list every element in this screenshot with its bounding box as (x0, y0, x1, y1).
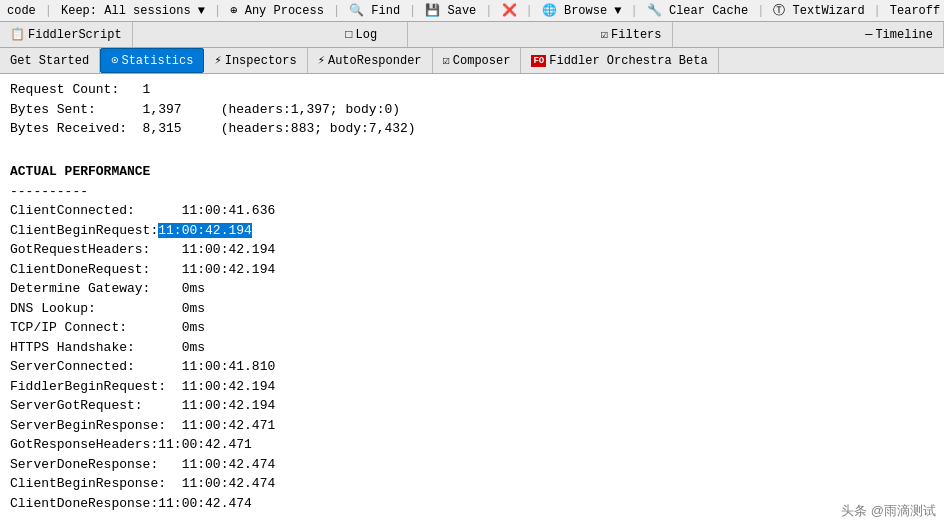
tab-log[interactable]: □ Log (315, 22, 408, 47)
toolbar-tearoff[interactable]: Tearoff (887, 3, 943, 19)
toolbar-keep-sessions[interactable]: Keep: All sessions ▼ (58, 3, 208, 19)
stat-client-done-response: ClientDoneResponse:11:00:42.474 (10, 494, 934, 514)
toolbar-textwizard[interactable]: Ⓣ TextWizard (770, 1, 867, 20)
statistics-icon: ⊙ (111, 53, 118, 68)
tab-autoresponder-label: AutoResponder (328, 54, 422, 68)
stat-determine-gateway: Determine Gateway: 0ms (10, 279, 934, 299)
main-toolbar: code | Keep: All sessions ▼ | ⊕ Any Proc… (0, 0, 944, 22)
tab-autoresponder[interactable]: ⚡ AutoResponder (308, 48, 433, 73)
tab-get-started-label: Get Started (10, 54, 89, 68)
stat-request-count: Request Count: 1 (10, 80, 934, 100)
stat-blank-2 (10, 513, 934, 528)
tab-inspectors-label: Inspectors (225, 54, 297, 68)
stat-actual-perf-header: ACTUAL PERFORMANCE (10, 162, 934, 182)
stat-bytes-sent: Bytes Sent: 1,397 (headers:1,397; body:0… (10, 100, 934, 120)
stat-blank-1 (10, 139, 934, 159)
stat-divider-1: ---------- (10, 182, 934, 202)
stat-dns-lookup: DNS Lookup: 0ms (10, 299, 934, 319)
toolbar-save[interactable]: 💾 Save (422, 2, 479, 19)
tab-fiddlerscript[interactable]: 📋 FiddlerScript (0, 22, 133, 47)
tab-composer-label: Composer (453, 54, 511, 68)
tab-timeline[interactable]: — Timeline (855, 22, 944, 47)
stat-server-connected: ServerConnected: 11:00:41.810 (10, 357, 934, 377)
stat-got-request-headers: GotRequestHeaders: 11:00:42.194 (10, 240, 934, 260)
stat-client-connected: ClientConnected: 11:00:41.636 (10, 201, 934, 221)
stat-client-begin-request-value: 11:00:42.194 (158, 223, 252, 238)
autoresponder-icon: ⚡ (318, 53, 325, 68)
tab-filters-label: Filters (611, 28, 661, 42)
toolbar-code[interactable]: code (4, 3, 39, 19)
tab-composer[interactable]: ☑ Composer (433, 48, 522, 73)
stat-bytes-received: Bytes Received: 8,315 (headers:883; body… (10, 119, 934, 139)
tab-fiddler-orchestra-label: Fiddler Orchestra Beta (549, 54, 707, 68)
tab-fiddlerscript-label: FiddlerScript (28, 28, 122, 42)
stat-client-done-request: ClientDoneRequest: 11:00:42.194 (10, 260, 934, 280)
log-icon: □ (345, 28, 352, 42)
tab-inspectors[interactable]: ⚡ Inspectors (204, 48, 307, 73)
tab-statistics-label: Statistics (121, 54, 193, 68)
stat-server-begin-response: ServerBeginResponse: 11:00:42.471 (10, 416, 934, 436)
tab-row-1: 📋 FiddlerScript □ Log ☑ Filters — Timeli… (0, 22, 944, 48)
watermark: 头条 @雨滴测试 (841, 502, 936, 520)
stat-got-response-headers: GotResponseHeaders:11:00:42.471 (10, 435, 934, 455)
stat-client-begin-response: ClientBeginResponse: 11:00:42.474 (10, 474, 934, 494)
stat-https-handshake: HTTPS Handshake: 0ms (10, 338, 934, 358)
content-area: Request Count: 1 Bytes Sent: 1,397 (head… (0, 74, 944, 528)
tab-get-started[interactable]: Get Started (0, 48, 100, 73)
tab-filters[interactable]: ☑ Filters (591, 22, 673, 47)
fiddlerscript-icon: 📋 (10, 27, 25, 42)
toolbar-clear-cache[interactable]: 🔧 Clear Cache (644, 2, 751, 19)
tab-row-2: Get Started ⊙ Statistics ⚡ Inspectors ⚡ … (0, 48, 944, 74)
stat-server-got-request: ServerGotRequest: 11:00:42.194 (10, 396, 934, 416)
toolbar-find[interactable]: 🔍 Find (346, 2, 403, 19)
tab-timeline-label: Timeline (875, 28, 933, 42)
stat-fiddler-begin-request: FiddlerBeginRequest: 11:00:42.194 (10, 377, 934, 397)
tab-statistics[interactable]: ⊙ Statistics (100, 48, 204, 73)
toolbar-browse[interactable]: 🌐 Browse ▼ (539, 2, 625, 19)
stat-tcp-connect: TCP/IP Connect: 0ms (10, 318, 934, 338)
stat-client-begin-request: ClientBeginRequest:11:00:42.194 (10, 221, 934, 241)
toolbar-x[interactable]: ❌ (499, 2, 520, 19)
composer-icon: ☑ (443, 53, 450, 68)
stat-server-done-response: ServerDoneResponse: 11:00:42.474 (10, 455, 934, 475)
tab-fiddler-orchestra[interactable]: FO Fiddler Orchestra Beta (521, 48, 718, 73)
inspectors-icon: ⚡ (214, 53, 221, 68)
filters-icon: ☑ (601, 27, 608, 42)
timeline-icon: — (865, 28, 872, 42)
toolbar-any-process[interactable]: ⊕ Any Process (227, 2, 327, 19)
statistics-content: Request Count: 1 Bytes Sent: 1,397 (head… (0, 74, 944, 528)
tab-log-label: Log (356, 28, 378, 42)
fiddler-orchestra-icon: FO (531, 55, 546, 67)
